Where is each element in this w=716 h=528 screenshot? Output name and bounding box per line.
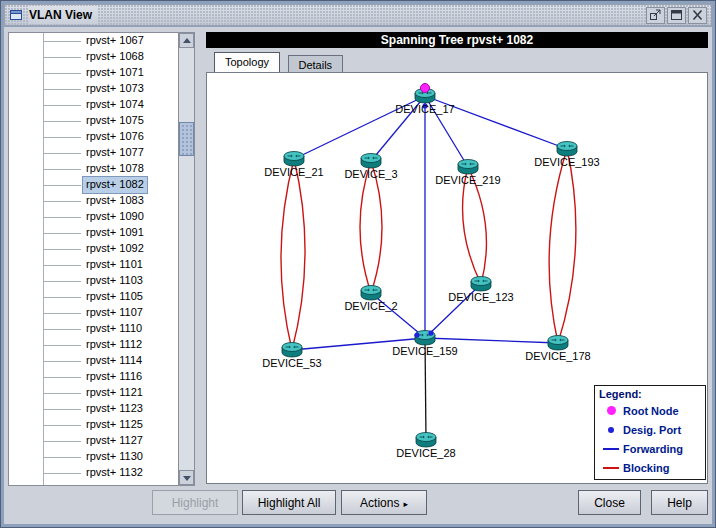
vlan-list-item[interactable]: rpvst+ 1121: [9, 385, 178, 401]
scroll-up-button[interactable]: [179, 33, 194, 48]
vlan-list-item-label: rpvst+ 1074: [83, 97, 147, 113]
vlan-list-item-label: rpvst+ 1091: [83, 225, 147, 241]
vlan-list-item[interactable]: rpvst+ 1090: [9, 209, 178, 225]
desig-port-icon: [428, 330, 433, 335]
vlan-list-item[interactable]: rpvst+ 1101: [9, 257, 178, 273]
device-node-router-icon[interactable]: [548, 336, 568, 351]
device-node-router-icon[interactable]: [416, 433, 436, 448]
vlan-list-item[interactable]: rpvst+ 1114: [9, 353, 178, 369]
edge-blocking: [360, 161, 371, 293]
device-label: DEVICE_3: [344, 168, 397, 180]
vlan-list-item[interactable]: rpvst+ 1116: [9, 369, 178, 385]
tree-tick: [43, 281, 81, 282]
vlan-list-item[interactable]: rpvst+ 1112: [9, 337, 178, 353]
vlan-list-item[interactable]: rpvst+ 1123: [9, 401, 178, 417]
vlan-list-item[interactable]: rpvst+ 1092: [9, 241, 178, 257]
vlan-tree-list[interactable]: rpvst+ 1067rpvst+ 1068rpvst+ 1071rpvst+ …: [8, 32, 178, 486]
window-body: rpvst+ 1067rpvst+ 1068rpvst+ 1071rpvst+ …: [4, 27, 712, 524]
vlan-list-item[interactable]: rpvst+ 1132: [9, 465, 178, 481]
tree-tick: [43, 217, 81, 218]
edge-forwarding: [425, 338, 558, 343]
tree-tick: [43, 73, 81, 74]
vlan-list-item[interactable]: rpvst+ 1127: [9, 433, 178, 449]
edge-blocking: [371, 161, 382, 293]
vlan-list-item[interactable]: rpvst+ 1130: [9, 449, 178, 465]
device-node-router-icon[interactable]: [557, 142, 577, 157]
window-title: VLAN View: [29, 6, 98, 24]
maximize-button[interactable]: [667, 7, 686, 24]
vlan-list-item[interactable]: rpvst+ 1082: [9, 177, 178, 193]
scroll-down-button[interactable]: [179, 470, 194, 485]
highlight-all-button[interactable]: Highlight All: [242, 490, 336, 515]
tree-tick: [43, 441, 81, 442]
vlan-list-item[interactable]: rpvst+ 1074: [9, 97, 178, 113]
root-node-icon: [421, 84, 430, 93]
vlan-list-item-label: rpvst+ 1110: [83, 321, 145, 337]
vlan-list-item-label: rpvst+ 1132: [83, 465, 146, 481]
vlan-list-item[interactable]: rpvst+ 1083: [9, 193, 178, 209]
vlan-list-item[interactable]: rpvst+ 1078: [9, 161, 178, 177]
forwarding-marker-icon: [603, 448, 619, 450]
tree-tick: [43, 249, 81, 250]
close-button[interactable]: [688, 7, 707, 24]
vlan-list-item-label: rpvst+ 1083: [83, 193, 147, 209]
vlan-list-item[interactable]: rpvst+ 1110: [9, 321, 178, 337]
desig-port-marker-icon: [608, 427, 614, 433]
vlan-list-item[interactable]: rpvst+ 1071: [9, 65, 178, 81]
vlan-list-item-label: rpvst+ 1107: [83, 305, 146, 321]
desig-port-icon: [414, 332, 419, 337]
edge-blocking: [549, 149, 567, 343]
vlan-list-item[interactable]: rpvst+ 1105: [9, 289, 178, 305]
vlan-list-item[interactable]: rpvst+ 1075: [9, 113, 178, 129]
vlan-list-item-label: rpvst+ 1077: [83, 145, 147, 161]
vlan-list-item-label: rpvst+ 1090: [83, 209, 147, 225]
maximize-icon: [670, 9, 683, 21]
vlan-list-item-label: rpvst+ 1092: [83, 241, 147, 257]
popout-button[interactable]: [646, 7, 665, 24]
vlan-list-item[interactable]: rpvst+ 1103: [9, 273, 178, 289]
device-node-router-icon[interactable]: [361, 286, 381, 301]
legend-entry-label: Forwarding: [623, 443, 683, 455]
tab-details[interactable]: Details: [288, 55, 344, 73]
highlight-button[interactable]: Highlight: [152, 490, 238, 515]
vlan-list-item-label: rpvst+ 1130: [83, 449, 146, 465]
vlan-list-item-label: rpvst+ 1116: [83, 369, 145, 385]
tree-tick: [43, 297, 81, 298]
vertical-scrollbar[interactable]: [178, 32, 195, 486]
close-action-button[interactable]: Close: [578, 490, 641, 515]
device-node-router-icon[interactable]: [471, 277, 491, 292]
vlan-list-item-label: rpvst+ 1114: [83, 353, 145, 369]
tab-topology[interactable]: Topology: [214, 52, 280, 73]
vlan-list-item-label: rpvst+ 1078: [83, 161, 147, 177]
edge-blocking: [281, 159, 294, 350]
highlight-label: Highlight: [172, 496, 219, 510]
scrollbar-thumb[interactable]: [179, 122, 194, 156]
vlan-list-item[interactable]: rpvst+ 1076: [9, 129, 178, 145]
device-node-router-icon[interactable]: [284, 152, 304, 167]
actions-button[interactable]: Actions▸: [341, 490, 427, 515]
vlan-list-item[interactable]: rpvst+ 1067: [9, 33, 178, 49]
tree-tick: [43, 425, 81, 426]
vlan-list-item[interactable]: rpvst+ 1125: [9, 417, 178, 433]
device-label: DEVICE_193: [534, 156, 599, 168]
legend-entry: Forwarding: [599, 439, 701, 458]
vlan-list-item[interactable]: rpvst+ 1077: [9, 145, 178, 161]
vlan-list-item[interactable]: rpvst+ 1073: [9, 81, 178, 97]
device-label: DEVICE_123: [448, 291, 513, 303]
actions-label: Actions: [360, 496, 399, 510]
device-node-router-icon[interactable]: [361, 154, 381, 169]
actions-arrow-icon: ▸: [403, 499, 408, 509]
tree-tick: [43, 137, 81, 138]
tree-tick: [43, 201, 81, 202]
device-node-router-icon[interactable]: [282, 343, 302, 358]
popout-icon: [649, 9, 662, 21]
vlan-list-item[interactable]: rpvst+ 1107: [9, 305, 178, 321]
vlan-list-item-label: rpvst+ 1127: [83, 433, 146, 449]
vlan-list-item[interactable]: rpvst+ 1068: [9, 49, 178, 65]
device-node-router-icon[interactable]: [458, 160, 478, 175]
vlan-list-item-label: rpvst+ 1123: [83, 401, 146, 417]
device-label: DEVICE_2: [344, 300, 397, 312]
vlan-list-item[interactable]: rpvst+ 1091: [9, 225, 178, 241]
help-button[interactable]: Help: [651, 490, 708, 515]
device-label: DEVICE_178: [525, 350, 590, 362]
